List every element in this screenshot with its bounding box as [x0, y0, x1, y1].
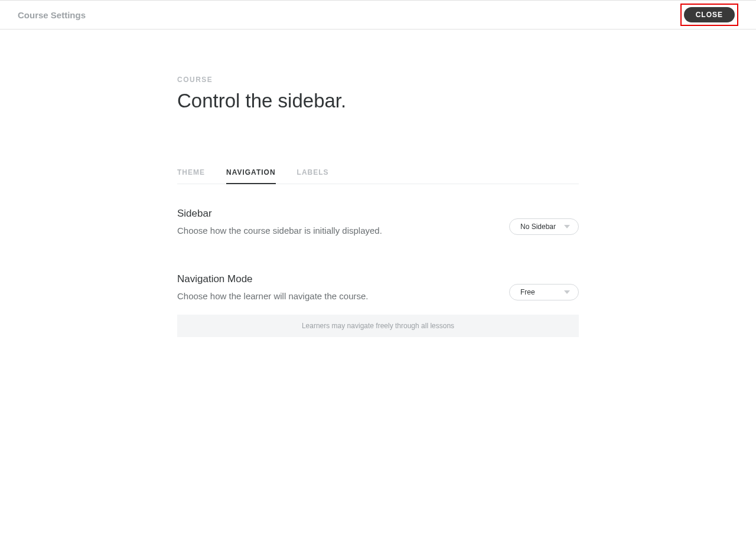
topbar: Course Settings CLOSE	[0, 0, 756, 30]
tabs: THEME NAVIGATION LABELS	[177, 168, 579, 184]
page-title: Control the sidebar.	[177, 90, 579, 112]
navmode-select-value: Free	[520, 288, 535, 296]
close-button[interactable]: CLOSE	[684, 7, 735, 22]
navmode-select[interactable]: Free	[509, 284, 579, 300]
section-navigation-mode: Navigation Mode Choose how the learner w…	[177, 273, 579, 338]
navmode-description: Choose how the learner will navigate the…	[177, 290, 509, 303]
chevron-down-icon	[564, 290, 570, 294]
page-breadcrumb: Course Settings	[18, 10, 86, 20]
navmode-heading: Navigation Mode	[177, 273, 509, 285]
navmode-info-banner: Learners may navigate freely through all…	[177, 315, 579, 337]
tab-navigation[interactable]: NAVIGATION	[226, 168, 276, 184]
close-highlight-box: CLOSE	[680, 4, 738, 26]
tab-theme[interactable]: THEME	[177, 168, 205, 184]
sidebar-select-value: No Sidebar	[520, 223, 556, 231]
tab-labels[interactable]: LABELS	[297, 168, 329, 184]
sidebar-heading: Sidebar	[177, 208, 509, 220]
chevron-down-icon	[564, 225, 570, 228]
sidebar-select[interactable]: No Sidebar	[509, 218, 579, 235]
main-content: COURSE Control the sidebar. THEME NAVIGA…	[177, 30, 579, 337]
section-sidebar: Sidebar Choose how the course sidebar is…	[177, 208, 579, 238]
sidebar-description: Choose how the course sidebar is initial…	[177, 224, 509, 238]
eyebrow-label: COURSE	[177, 76, 579, 84]
